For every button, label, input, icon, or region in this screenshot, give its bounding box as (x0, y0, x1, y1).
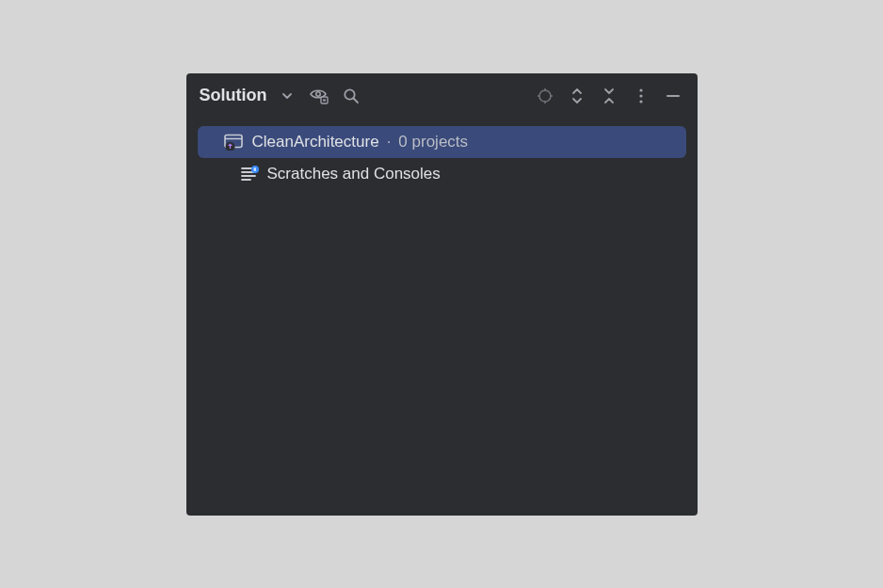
target-icon[interactable] (534, 85, 556, 107)
svg-point-12 (639, 100, 642, 103)
solution-node[interactable]: CleanArchitecture · 0 projects (198, 126, 686, 158)
collapse-all-icon[interactable] (598, 85, 620, 107)
scratches-label: Scratches and Consoles (267, 165, 441, 183)
panel-header: Solution (186, 73, 698, 119)
view-mode-icon[interactable] (308, 85, 330, 107)
scratches-icon (239, 164, 260, 184)
svg-rect-2 (323, 99, 326, 101)
svg-rect-22 (253, 167, 254, 171)
svg-point-5 (539, 90, 551, 102)
panel-title: Solution (200, 86, 267, 105)
svg-point-10 (639, 88, 642, 91)
minimize-icon[interactable] (662, 85, 684, 107)
projects-count: 0 projects (398, 133, 468, 151)
svg-line-4 (354, 98, 359, 103)
search-icon[interactable] (340, 85, 362, 107)
chevron-down-icon[interactable] (276, 85, 298, 107)
separator-dot: · (387, 133, 392, 151)
svg-point-11 (639, 94, 642, 97)
solution-tree: CleanArchitecture · 0 projects Scratches… (186, 119, 698, 198)
scratches-node[interactable]: Scratches and Consoles (198, 158, 686, 190)
solution-name: CleanArchitecture (252, 133, 379, 151)
svg-rect-23 (254, 167, 255, 171)
solution-icon (224, 132, 245, 152)
expand-collapse-icon[interactable] (566, 85, 588, 107)
solution-panel: Solution (186, 73, 698, 516)
more-options-icon[interactable] (630, 85, 652, 107)
svg-point-0 (316, 91, 320, 95)
